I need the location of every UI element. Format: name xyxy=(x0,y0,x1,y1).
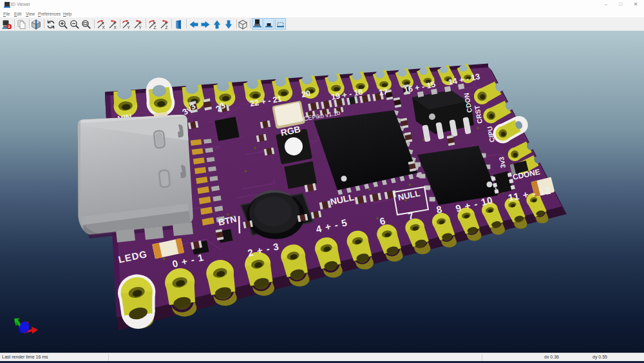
svg-text:X: X xyxy=(102,25,106,30)
svg-text:Z: Z xyxy=(166,25,168,30)
svg-text:Y: Y xyxy=(139,25,142,30)
svg-text:Y: Y xyxy=(128,25,131,30)
svg-text:20: 20 xyxy=(301,89,311,99)
svg-text:Z: Z xyxy=(154,25,156,30)
svg-text:17: 17 xyxy=(378,87,388,97)
svg-text:X: X xyxy=(114,25,117,30)
